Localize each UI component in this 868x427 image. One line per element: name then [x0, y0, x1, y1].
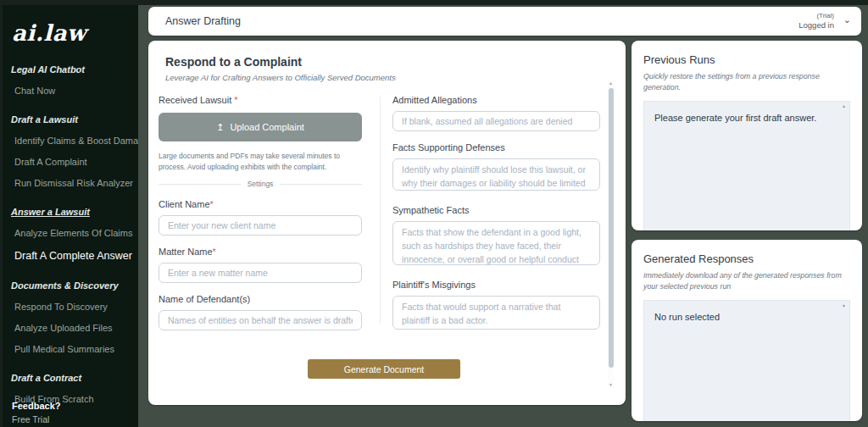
matter-name-label-text: Matter Name: [159, 247, 213, 257]
sidebar-footer: Feedback? Free Trial: [12, 401, 60, 424]
card-subtitle: Leverage AI for Crafting Answers to Offi…: [165, 73, 396, 82]
page-title: Answer Drafting: [165, 15, 241, 27]
chevron-down-icon[interactable]: ⌄: [843, 14, 851, 25]
scroll-up-icon: ▲: [842, 302, 846, 308]
sidebar: ai.law Legal AI Chatbot Chat Now Draft a…: [3, 5, 138, 427]
sidebar-item-chat-now[interactable]: Chat Now: [14, 86, 126, 96]
client-name-input[interactable]: [159, 215, 362, 236]
generated-responses-panel: Generated Responses Immediately download…: [632, 240, 862, 421]
scrollbar-thumb[interactable]: [609, 88, 614, 368]
previous-runs-empty-message: Please generate your first draft answer.: [654, 113, 816, 123]
sidebar-item-analyze-elements-of-claims[interactable]: Analyze Elements Of Claims: [14, 228, 126, 238]
section-header-draft-a-lawsuit: Draft a Lawsuit: [11, 114, 130, 125]
client-name-label-text: Client Name: [159, 199, 210, 209]
sidebar-item-identify-claims[interactable]: Identify Claims & Boost Damages: [14, 136, 126, 146]
trial-badge: (Trial): [798, 12, 834, 20]
generated-responses-empty-message: No run selected: [654, 312, 720, 322]
sympathetic-facts-group: Sympathetic Facts: [392, 205, 600, 269]
previous-runs-panel: Previous Runs Quickly restore the settin…: [632, 41, 862, 230]
admitted-allegations-group: Admitted Allegations: [392, 95, 600, 131]
sidebar-item-respond-to-discovery[interactable]: Respond To Discovery: [14, 302, 126, 312]
settings-divider: Settings: [159, 180, 362, 188]
scroll-up-icon[interactable]: ▲: [608, 80, 614, 86]
matter-name-input[interactable]: [159, 263, 362, 283]
plaintiffs-misgivings-label: Plaintiff's Misgivings: [392, 280, 600, 290]
upload-button-label: Upload Complaint: [230, 122, 303, 132]
generated-responses-subtitle: Immediately download any of the generate…: [643, 270, 850, 292]
form-left-column: Received Lawsuit * ↥ Upload Complaint La…: [159, 95, 362, 330]
client-name-group: Client Name*: [159, 199, 362, 236]
section-header-answer-a-lawsuit: Answer a Lawsuit: [11, 207, 130, 217]
upload-complaint-button[interactable]: ↥ Upload Complaint: [159, 113, 362, 141]
admitted-allegations-label: Admitted Allegations: [392, 95, 600, 105]
sidebar-item-analyze-uploaded-files[interactable]: Analyze Uploaded Files: [14, 323, 126, 333]
logged-in-label: Logged in: [798, 20, 834, 30]
client-name-label: Client Name*: [159, 199, 362, 209]
facts-supporting-defenses-group: Facts Supporting Defenses: [392, 142, 600, 194]
settings-divider-label: Settings: [241, 180, 281, 188]
sidebar-nav: Legal AI Chatbot Chat Now Draft a Lawsui…: [3, 64, 138, 404]
required-marker: *: [210, 199, 214, 209]
card-title: Respond to a Complaint: [165, 55, 302, 69]
matter-name-group: Matter Name*: [159, 247, 362, 283]
generated-responses-title: Generated Responses: [643, 252, 850, 265]
scroll-down-icon[interactable]: ▼: [608, 382, 614, 387]
defendants-group: Name of Defendant(s): [159, 294, 362, 330]
generate-document-button[interactable]: Generate Document: [308, 359, 460, 379]
previous-runs-list[interactable]: Please generate your first draft answer.…: [643, 101, 850, 230]
plaintiffs-misgivings-input[interactable]: [392, 296, 600, 330]
defendants-label: Name of Defendant(s): [159, 294, 362, 304]
defendants-label-text: Name of Defendant(s): [159, 294, 250, 304]
respond-to-complaint-card: Respond to a Complaint Leverage AI for C…: [148, 41, 626, 405]
admitted-allegations-input[interactable]: [392, 111, 600, 131]
sidebar-item-pull-medical-summaries[interactable]: Pull Medical Summaries: [14, 344, 126, 354]
scroll-up-icon: ▲: [842, 103, 846, 108]
sidebar-item-run-dismissal-risk-analyzer[interactable]: Run Dismissal Risk Analyzer: [14, 178, 126, 188]
upload-note: Large documents and PDFs may take severa…: [159, 151, 362, 173]
required-marker: *: [234, 95, 237, 105]
section-header-legal-ai-chatbot: Legal AI Chatbot: [11, 64, 130, 75]
scrollbar-track[interactable]: ▲ ▼: [608, 80, 614, 387]
facts-supporting-defenses-input[interactable]: [392, 158, 600, 191]
previous-runs-subtitle: Quickly restore the settings from a prev…: [643, 71, 850, 93]
previous-runs-title: Previous Runs: [643, 53, 850, 66]
matter-name-label: Matter Name*: [159, 247, 362, 257]
upload-icon: ↥: [216, 122, 224, 133]
section-header-draft-a-contract: Draft a Contract: [11, 373, 130, 383]
sidebar-item-draft-a-complete-answer[interactable]: Draft A Complete Answer: [14, 250, 126, 262]
generated-responses-list[interactable]: No run selected ▲: [643, 300, 850, 421]
received-lawsuit-label-text: Received Lawsuit: [159, 95, 231, 105]
section-header-documents-and-discovery: Documents & Discovery: [11, 280, 130, 291]
received-lawsuit-label: Received Lawsuit *: [159, 95, 362, 105]
feedback-link[interactable]: Feedback?: [12, 401, 60, 411]
app-logo[interactable]: ai.law: [12, 20, 138, 46]
column-divider: [380, 97, 381, 324]
sympathetic-facts-input[interactable]: [392, 221, 600, 265]
defendants-input[interactable]: [159, 310, 362, 330]
free-trial-link[interactable]: Free Trial: [12, 414, 60, 424]
facts-supporting-defenses-label: Facts Supporting Defenses: [392, 142, 600, 152]
plaintiffs-misgivings-group: Plaintiff's Misgivings: [392, 280, 600, 333]
top-bar: Answer Drafting (Trial) Logged in ⌄: [148, 7, 861, 36]
sympathetic-facts-label: Sympathetic Facts: [392, 205, 600, 215]
account-status[interactable]: (Trial) Logged in: [798, 12, 834, 31]
form-right-column: Admitted Allegations Facts Supporting De…: [392, 95, 600, 333]
sidebar-item-draft-a-complaint[interactable]: Draft A Complaint: [14, 157, 126, 167]
required-marker: *: [213, 247, 216, 257]
